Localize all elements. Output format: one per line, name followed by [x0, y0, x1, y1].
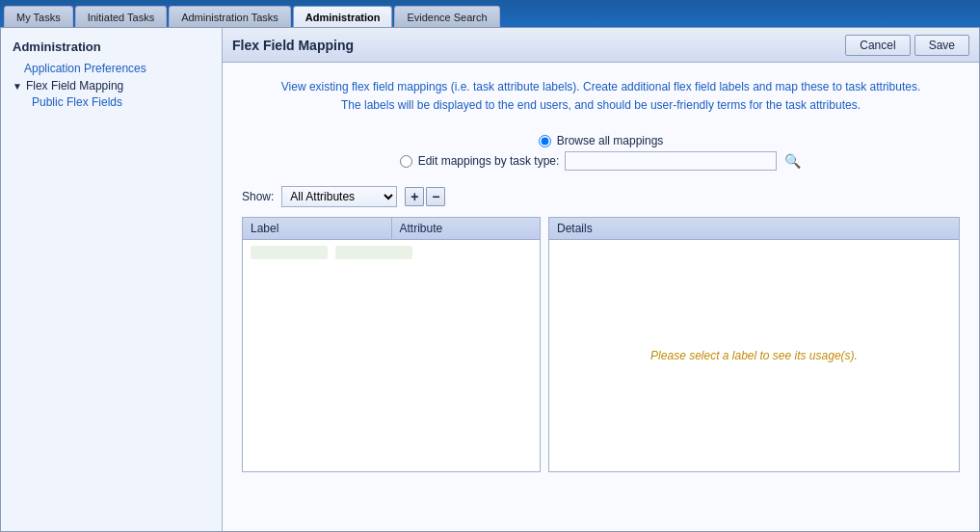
- show-label: Show:: [242, 190, 274, 203]
- header-buttons: Cancel Save: [845, 35, 969, 56]
- cancel-button[interactable]: Cancel: [845, 35, 910, 56]
- sidebar-subsection: Public Flex Fields: [5, 94, 218, 110]
- browse-all-radio[interactable]: [539, 135, 551, 147]
- radio-browse-row: Browse all mappings: [539, 134, 664, 147]
- task-type-lookup-icon[interactable]: 🔍: [782, 151, 802, 171]
- content-area: Flex Field Mapping Cancel Save View exis…: [223, 28, 979, 531]
- details-panel: Details Please select a label to see its…: [548, 217, 960, 472]
- show-row: Show: All Attributes Public Private + −: [242, 186, 960, 207]
- sidebar-item-public-flex-fields[interactable]: Public Flex Fields: [32, 94, 218, 110]
- tab-my-tasks[interactable]: My Tasks: [4, 6, 73, 27]
- add-button[interactable]: +: [405, 187, 424, 206]
- browse-all-label[interactable]: Browse all mappings: [557, 134, 664, 147]
- content-body: View existing flex field mappings (i.e. …: [223, 63, 979, 531]
- tab-administration[interactable]: Administration: [293, 6, 393, 27]
- show-select[interactable]: All Attributes Public Private: [281, 186, 397, 207]
- sidebar: Administration Application Preferences ▼…: [1, 28, 223, 531]
- mapping-table: Label Attribute: [242, 217, 541, 472]
- save-button[interactable]: Save: [914, 35, 969, 56]
- label-placeholder: [251, 246, 328, 259]
- info-line-2: The labels will be displayed to the end …: [242, 96, 960, 115]
- edit-by-type-label[interactable]: Edit mappings by task type:: [418, 154, 560, 168]
- table-row[interactable]: [243, 240, 540, 265]
- table-details-row: Label Attribute Details Please select: [242, 217, 960, 472]
- col-header-label: Label: [243, 218, 392, 239]
- add-remove-buttons: + −: [405, 187, 445, 206]
- expand-icon: ▼: [13, 81, 22, 92]
- main-container: Administration Application Preferences ▼…: [0, 27, 980, 532]
- radio-edit-row: Edit mappings by task type: 🔍: [400, 151, 803, 171]
- table-header: Label Attribute: [243, 218, 540, 240]
- col-header-attribute: Attribute: [392, 218, 541, 239]
- info-line-1: View existing flex field mappings (i.e. …: [242, 78, 960, 96]
- tab-evidence-search[interactable]: Evidence Search: [394, 6, 499, 27]
- task-type-input[interactable]: [565, 151, 777, 171]
- tab-administration-tasks[interactable]: Administration Tasks: [169, 6, 291, 27]
- radio-group: Browse all mappings Edit mappings by tas…: [242, 134, 960, 171]
- sidebar-title: Administration: [5, 36, 218, 60]
- info-text: View existing flex field mappings (i.e. …: [242, 78, 960, 115]
- details-header: Details: [549, 218, 959, 240]
- tab-initiated-tasks[interactable]: Initiated Tasks: [75, 6, 168, 27]
- sidebar-item-app-preferences[interactable]: Application Preferences: [5, 60, 218, 77]
- sidebar-section-flex-field-mapping[interactable]: ▼ Flex Field Mapping: [5, 77, 218, 94]
- sidebar-resizer[interactable]: [218, 28, 222, 531]
- content-header: Flex Field Mapping Cancel Save: [223, 28, 979, 63]
- table-body: [243, 240, 540, 471]
- details-placeholder-text: Please select a label to see its usage(s…: [650, 349, 858, 362]
- tab-bar: My Tasks Initiated Tasks Administration …: [0, 0, 980, 27]
- edit-by-type-radio[interactable]: [400, 155, 412, 168]
- details-body: Please select a label to see its usage(s…: [549, 240, 959, 471]
- page-title: Flex Field Mapping: [232, 38, 354, 53]
- remove-button[interactable]: −: [426, 187, 445, 206]
- attribute-placeholder: [335, 246, 412, 259]
